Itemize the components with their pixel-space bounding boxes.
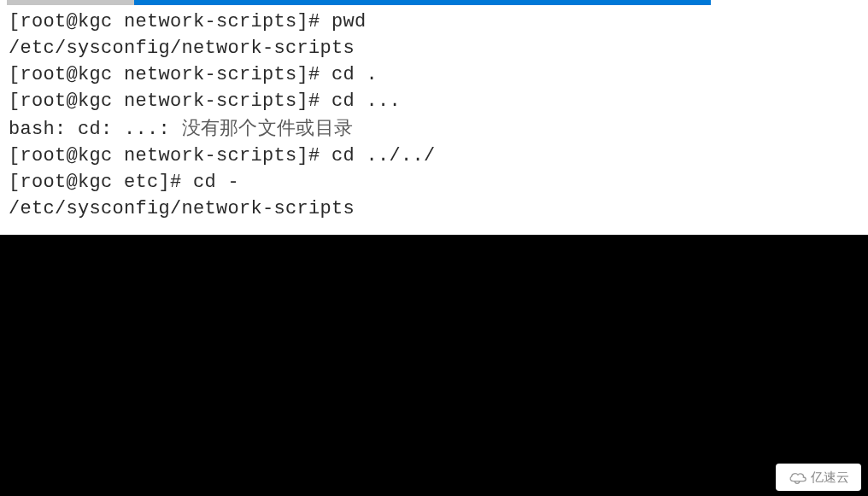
shell-output: /etc/sysconfig/network-scripts xyxy=(9,198,355,219)
shell-command: cd ... xyxy=(331,90,401,112)
terminal-line: bash: cd: ...: 没有那个文件或目录 xyxy=(9,114,709,143)
shell-prompt: [root@kgc network-scripts]# xyxy=(9,90,331,112)
title-bar-active-segment xyxy=(134,0,711,5)
shell-command: cd - xyxy=(193,172,239,193)
cloud-icon xyxy=(789,470,807,485)
watermark-text: 亿速云 xyxy=(811,470,849,486)
shell-command: cd ../../ xyxy=(331,145,436,166)
shell-prompt: [root@kgc network-scripts]# xyxy=(9,64,331,85)
shell-command: pwd xyxy=(331,11,367,32)
watermark-badge: 亿速云 xyxy=(776,464,861,491)
shell-prompt: [root@kgc etc]# xyxy=(9,172,193,193)
cropped-black-region xyxy=(0,235,868,496)
shell-error-prefix: bash: cd: ...: xyxy=(9,119,182,140)
terminal-output[interactable]: [root@kgc network-scripts]# pwd /etc/sys… xyxy=(9,9,709,222)
shell-output: /etc/sysconfig/network-scripts xyxy=(9,38,355,59)
terminal-line: /etc/sysconfig/network-scripts xyxy=(9,195,709,222)
terminal-line: [root@kgc network-scripts]# pwd xyxy=(9,9,709,35)
terminal-line: [root@kgc network-scripts]# cd . xyxy=(9,61,709,88)
title-bar-inactive-segment xyxy=(7,0,135,5)
shell-error-message: 没有那个文件或目录 xyxy=(182,117,354,138)
terminal-line: [root@kgc network-scripts]# cd ../../ xyxy=(9,143,709,169)
shell-prompt: [root@kgc network-scripts]# xyxy=(9,11,331,32)
shell-prompt: [root@kgc network-scripts]# xyxy=(9,145,331,166)
shell-command: cd . xyxy=(331,64,378,85)
window-title-bar xyxy=(0,0,711,5)
terminal-line: /etc/sysconfig/network-scripts xyxy=(9,35,709,61)
terminal-line: [root@kgc etc]# cd - xyxy=(9,169,709,195)
terminal-line: [root@kgc network-scripts]# cd ... xyxy=(9,88,709,114)
